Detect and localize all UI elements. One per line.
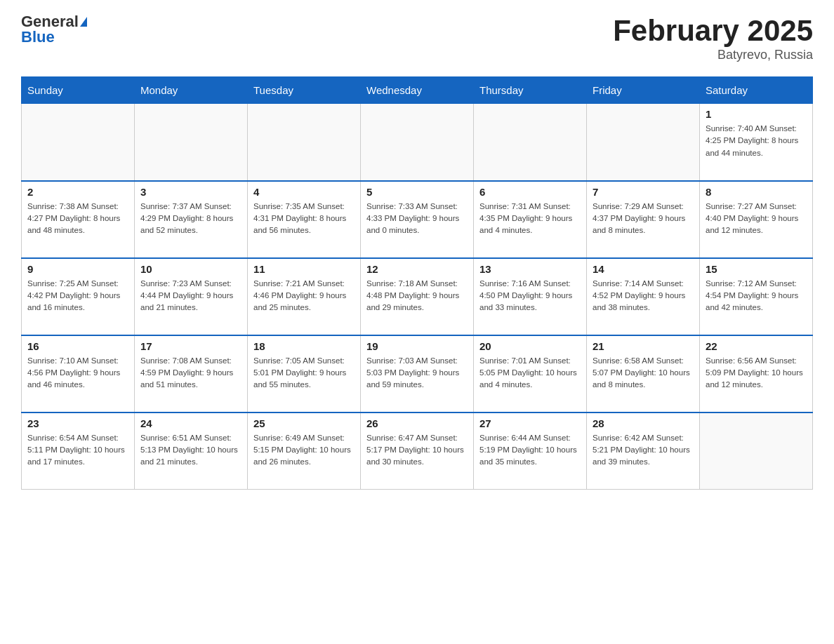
calendar-cell: 13Sunrise: 7:16 AM Sunset: 4:50 PM Dayli…	[474, 258, 587, 335]
calendar-cell: 24Sunrise: 6:51 AM Sunset: 5:13 PM Dayli…	[135, 412, 248, 490]
day-number: 27	[479, 417, 581, 429]
day-info: Sunrise: 7:40 AM Sunset: 4:25 PM Dayligh…	[706, 123, 807, 159]
day-number: 13	[479, 263, 581, 275]
calendar-week-row: 16Sunrise: 7:10 AM Sunset: 4:56 PM Dayli…	[22, 335, 813, 412]
day-info: Sunrise: 6:54 AM Sunset: 5:11 PM Dayligh…	[27, 432, 128, 469]
day-number: 5	[366, 186, 468, 198]
day-info: Sunrise: 7:01 AM Sunset: 5:05 PM Dayligh…	[479, 355, 581, 391]
day-of-week-header: Tuesday	[248, 77, 361, 104]
day-number: 24	[140, 417, 241, 429]
day-number: 3	[140, 186, 241, 198]
calendar-cell: 4Sunrise: 7:35 AM Sunset: 4:31 PM Daylig…	[248, 181, 361, 258]
day-info: Sunrise: 7:31 AM Sunset: 4:35 PM Dayligh…	[479, 201, 581, 237]
day-info: Sunrise: 7:08 AM Sunset: 4:59 PM Dayligh…	[140, 355, 241, 391]
calendar-cell	[248, 104, 361, 181]
day-info: Sunrise: 6:44 AM Sunset: 5:19 PM Dayligh…	[479, 432, 581, 469]
calendar-table: SundayMondayTuesdayWednesdayThursdayFrid…	[21, 76, 813, 490]
calendar-cell: 2Sunrise: 7:38 AM Sunset: 4:27 PM Daylig…	[22, 181, 135, 258]
calendar-cell: 18Sunrise: 7:05 AM Sunset: 5:01 PM Dayli…	[248, 335, 361, 412]
calendar-cell: 14Sunrise: 7:14 AM Sunset: 4:52 PM Dayli…	[587, 258, 700, 335]
calendar-cell	[361, 104, 474, 181]
day-info: Sunrise: 7:33 AM Sunset: 4:33 PM Dayligh…	[366, 201, 468, 237]
calendar-cell: 8Sunrise: 7:27 AM Sunset: 4:40 PM Daylig…	[700, 181, 813, 258]
day-number: 19	[366, 340, 468, 352]
calendar-cell	[474, 104, 587, 181]
day-number: 22	[706, 340, 807, 352]
calendar-cell: 12Sunrise: 7:18 AM Sunset: 4:48 PM Dayli…	[361, 258, 474, 335]
day-number: 23	[27, 417, 128, 429]
day-number: 1	[706, 108, 807, 120]
day-info: Sunrise: 7:14 AM Sunset: 4:52 PM Dayligh…	[593, 278, 694, 314]
calendar-cell: 21Sunrise: 6:58 AM Sunset: 5:07 PM Dayli…	[587, 335, 700, 412]
day-number: 10	[140, 263, 241, 275]
day-info: Sunrise: 6:58 AM Sunset: 5:07 PM Dayligh…	[593, 355, 694, 391]
day-info: Sunrise: 6:56 AM Sunset: 5:09 PM Dayligh…	[706, 355, 807, 391]
location: Batyrevo, Russia	[613, 48, 813, 62]
calendar-cell: 28Sunrise: 6:42 AM Sunset: 5:21 PM Dayli…	[587, 412, 700, 490]
calendar-cell: 27Sunrise: 6:44 AM Sunset: 5:19 PM Dayli…	[474, 412, 587, 490]
calendar-cell: 20Sunrise: 7:01 AM Sunset: 5:05 PM Dayli…	[474, 335, 587, 412]
month-title: February 2025	[613, 14, 813, 48]
calendar-cell: 15Sunrise: 7:12 AM Sunset: 4:54 PM Dayli…	[700, 258, 813, 335]
calendar-cell: 22Sunrise: 6:56 AM Sunset: 5:09 PM Dayli…	[700, 335, 813, 412]
day-number: 16	[27, 340, 128, 352]
calendar-week-row: 23Sunrise: 6:54 AM Sunset: 5:11 PM Dayli…	[22, 412, 813, 490]
calendar-cell: 19Sunrise: 7:03 AM Sunset: 5:03 PM Dayli…	[361, 335, 474, 412]
calendar-cell: 9Sunrise: 7:25 AM Sunset: 4:42 PM Daylig…	[22, 258, 135, 335]
day-info: Sunrise: 6:51 AM Sunset: 5:13 PM Dayligh…	[140, 432, 241, 469]
day-info: Sunrise: 7:05 AM Sunset: 5:01 PM Dayligh…	[253, 355, 355, 391]
day-of-week-header: Thursday	[474, 77, 587, 104]
calendar-cell	[135, 104, 248, 181]
day-number: 7	[593, 186, 694, 198]
day-number: 6	[479, 186, 581, 198]
calendar-cell: 17Sunrise: 7:08 AM Sunset: 4:59 PM Dayli…	[135, 335, 248, 412]
calendar-cell: 10Sunrise: 7:23 AM Sunset: 4:44 PM Dayli…	[135, 258, 248, 335]
day-number: 2	[27, 186, 128, 198]
day-info: Sunrise: 7:18 AM Sunset: 4:48 PM Dayligh…	[366, 278, 468, 314]
calendar-cell: 11Sunrise: 7:21 AM Sunset: 4:46 PM Dayli…	[248, 258, 361, 335]
calendar-week-row: 1Sunrise: 7:40 AM Sunset: 4:25 PM Daylig…	[22, 104, 813, 181]
day-number: 25	[253, 417, 355, 429]
day-info: Sunrise: 7:16 AM Sunset: 4:50 PM Dayligh…	[479, 278, 581, 314]
day-info: Sunrise: 7:35 AM Sunset: 4:31 PM Dayligh…	[253, 201, 355, 237]
logo-blue-text: Blue	[21, 29, 55, 45]
day-number: 11	[253, 263, 355, 275]
day-info: Sunrise: 6:47 AM Sunset: 5:17 PM Dayligh…	[366, 432, 468, 469]
calendar-cell: 6Sunrise: 7:31 AM Sunset: 4:35 PM Daylig…	[474, 181, 587, 258]
calendar-week-row: 2Sunrise: 7:38 AM Sunset: 4:27 PM Daylig…	[22, 181, 813, 258]
day-info: Sunrise: 6:49 AM Sunset: 5:15 PM Dayligh…	[253, 432, 355, 469]
calendar-cell	[587, 104, 700, 181]
logo: General Blue	[21, 14, 87, 45]
day-info: Sunrise: 7:23 AM Sunset: 4:44 PM Dayligh…	[140, 278, 241, 314]
calendar-week-row: 9Sunrise: 7:25 AM Sunset: 4:42 PM Daylig…	[22, 258, 813, 335]
day-number: 20	[479, 340, 581, 352]
calendar-cell: 26Sunrise: 6:47 AM Sunset: 5:17 PM Dayli…	[361, 412, 474, 490]
day-number: 17	[140, 340, 241, 352]
day-info: Sunrise: 7:21 AM Sunset: 4:46 PM Dayligh…	[253, 278, 355, 314]
calendar-cell: 5Sunrise: 7:33 AM Sunset: 4:33 PM Daylig…	[361, 181, 474, 258]
day-number: 18	[253, 340, 355, 352]
day-of-week-header: Saturday	[700, 77, 813, 104]
calendar-cell	[700, 412, 813, 490]
calendar-cell: 16Sunrise: 7:10 AM Sunset: 4:56 PM Dayli…	[22, 335, 135, 412]
logo-blue-label: Blue	[21, 28, 55, 46]
calendar-cell: 23Sunrise: 6:54 AM Sunset: 5:11 PM Dayli…	[22, 412, 135, 490]
day-number: 12	[366, 263, 468, 275]
day-info: Sunrise: 7:29 AM Sunset: 4:37 PM Dayligh…	[593, 201, 694, 237]
title-area: February 2025 Batyrevo, Russia	[613, 14, 813, 62]
logo-triangle-icon	[80, 17, 87, 27]
day-info: Sunrise: 7:27 AM Sunset: 4:40 PM Dayligh…	[706, 201, 807, 237]
day-number: 26	[366, 417, 468, 429]
day-number: 14	[593, 263, 694, 275]
calendar-cell: 1Sunrise: 7:40 AM Sunset: 4:25 PM Daylig…	[700, 104, 813, 181]
calendar-cell: 3Sunrise: 7:37 AM Sunset: 4:29 PM Daylig…	[135, 181, 248, 258]
logo-wordmark: General	[21, 14, 87, 29]
day-of-week-header: Friday	[587, 77, 700, 104]
day-info: Sunrise: 7:03 AM Sunset: 5:03 PM Dayligh…	[366, 355, 468, 391]
day-number: 28	[593, 417, 694, 429]
page-header: General Blue February 2025 Batyrevo, Rus…	[21, 14, 813, 62]
day-of-week-header: Sunday	[22, 77, 135, 104]
day-info: Sunrise: 6:42 AM Sunset: 5:21 PM Dayligh…	[593, 432, 694, 469]
day-info: Sunrise: 7:25 AM Sunset: 4:42 PM Dayligh…	[27, 278, 128, 314]
day-info: Sunrise: 7:10 AM Sunset: 4:56 PM Dayligh…	[27, 355, 128, 391]
